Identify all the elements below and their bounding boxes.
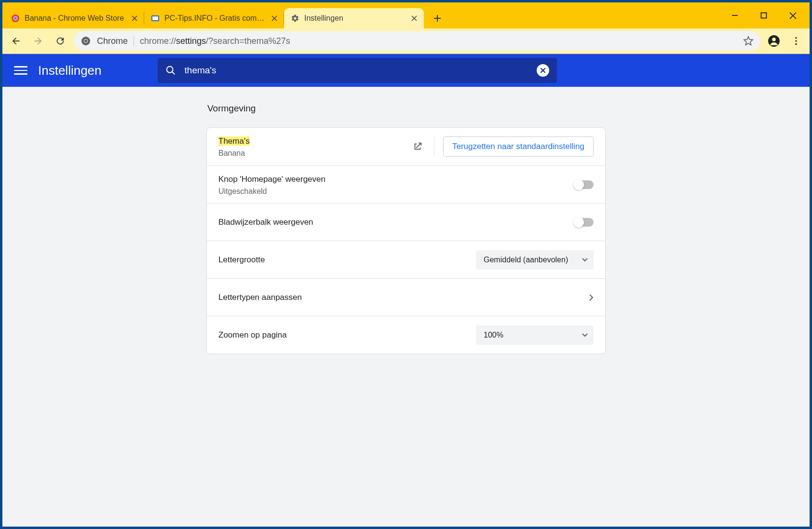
- themes-label: Thema's: [218, 136, 250, 146]
- svg-point-10: [772, 38, 776, 41]
- homepage-row: Knop 'Homepage' weergeven Uitgeschakeld: [207, 165, 605, 203]
- vertical-divider: [434, 137, 434, 156]
- close-icon[interactable]: [410, 14, 418, 22]
- menu-button[interactable]: [787, 32, 805, 50]
- reset-theme-button[interactable]: Terugzetten naar standaardinstelling: [443, 136, 594, 157]
- bookmarks-bar-label: Bladwijzerbalk weergeven: [218, 217, 574, 228]
- font-size-label: Lettergrootte: [218, 254, 476, 266]
- svg-point-2: [14, 17, 17, 20]
- bookmarks-bar-row: Bladwijzerbalk weergeven: [207, 203, 605, 241]
- settings-search[interactable]: [158, 58, 557, 83]
- chevron-right-icon: [589, 294, 594, 301]
- tab-pctips[interactable]: PC-Tips.INFO - Gratis computer t: [144, 8, 284, 28]
- hamburger-icon[interactable]: [14, 64, 27, 77]
- address-bar[interactable]: Chrome chrome://settings/?search=thema%2…: [74, 31, 760, 51]
- themes-value: Banana: [218, 149, 406, 158]
- settings-header: Instellingen: [2, 54, 810, 87]
- url-suffix: /?search=thema%27s: [206, 36, 290, 46]
- url-bold: settings: [176, 36, 206, 46]
- tab-strip: Banana - Chrome Web Store PC-Tips.INFO -…: [2, 2, 810, 28]
- svg-point-8: [84, 40, 87, 42]
- tab-title: Banana - Chrome Web Store: [25, 14, 128, 23]
- section-heading: Vormgeving: [207, 103, 606, 114]
- svg-point-11: [795, 37, 797, 39]
- svg-point-14: [166, 67, 173, 73]
- tab-banana[interactable]: Banana - Chrome Web Store: [4, 8, 144, 28]
- close-window-button[interactable]: [785, 8, 800, 23]
- bookmarks-bar-toggle[interactable]: [574, 218, 594, 227]
- tab-title: PC-Tips.INFO - Gratis computer t: [164, 14, 268, 23]
- tab-title: Instellingen: [304, 14, 407, 23]
- chrome-icon: [81, 36, 91, 46]
- homepage-toggle[interactable]: [574, 180, 594, 189]
- omnibox-label: Chrome: [97, 36, 128, 46]
- svg-point-12: [795, 40, 797, 42]
- svg-rect-5: [761, 13, 767, 18]
- back-button[interactable]: [7, 32, 25, 50]
- settings-search-input[interactable]: [185, 65, 528, 76]
- gear-icon: [291, 14, 299, 23]
- svg-point-13: [795, 43, 797, 45]
- svg-rect-4: [152, 16, 158, 20]
- omnibox-url: chrome://settings/?search=thema%27s: [140, 36, 290, 46]
- open-external-icon[interactable]: [406, 135, 429, 158]
- page-zoom-value: 100%: [484, 331, 503, 339]
- maximize-button[interactable]: [757, 8, 771, 23]
- forward-button[interactable]: [29, 32, 47, 50]
- appearance-card: Thema's Banana Terugzetten naar standaar…: [206, 127, 606, 354]
- omnibox-divider: [134, 36, 134, 46]
- tab-settings[interactable]: Instellingen: [284, 8, 424, 28]
- favicon-chrome-store-icon: [11, 14, 20, 23]
- chevron-down-icon: [582, 333, 588, 337]
- customize-fonts-row[interactable]: Lettertypen aanpassen: [207, 278, 605, 316]
- close-icon[interactable]: [131, 14, 138, 22]
- themes-row: Thema's Banana Terugzetten naar standaar…: [207, 128, 605, 165]
- window-controls: [728, 2, 807, 28]
- minimize-button[interactable]: [728, 8, 742, 23]
- search-icon: [165, 65, 176, 76]
- font-size-value: Gemiddeld (aanbevolen): [484, 256, 568, 264]
- new-tab-button[interactable]: [429, 10, 446, 27]
- homepage-status: Uitgeschakeld: [218, 187, 574, 196]
- settings-content: Vormgeving Thema's Banana Terugzetten na…: [2, 87, 810, 527]
- browser-toolbar: Chrome chrome://settings/?search=thema%2…: [2, 28, 810, 54]
- page-zoom-label: Zoomen op pagina: [218, 329, 476, 341]
- favicon-pctips-icon: [151, 14, 160, 23]
- star-icon[interactable]: [743, 36, 754, 46]
- homepage-label: Knop 'Homepage' weergeven: [218, 174, 574, 185]
- clear-search-button[interactable]: [537, 64, 549, 77]
- font-size-select[interactable]: Gemiddeld (aanbevolen): [476, 250, 594, 270]
- page-zoom-row: Zoomen op pagina 100%: [207, 316, 605, 353]
- chevron-down-icon: [582, 258, 588, 262]
- url-prefix: chrome://: [140, 36, 176, 46]
- customize-fonts-label: Lettertypen aanpassen: [218, 292, 589, 303]
- reload-button[interactable]: [52, 32, 69, 50]
- close-icon[interactable]: [271, 14, 278, 22]
- font-size-row: Lettergrootte Gemiddeld (aanbevolen): [207, 241, 605, 278]
- profile-button[interactable]: [765, 32, 783, 50]
- settings-title: Instellingen: [38, 63, 102, 78]
- page-zoom-select[interactable]: 100%: [476, 326, 594, 345]
